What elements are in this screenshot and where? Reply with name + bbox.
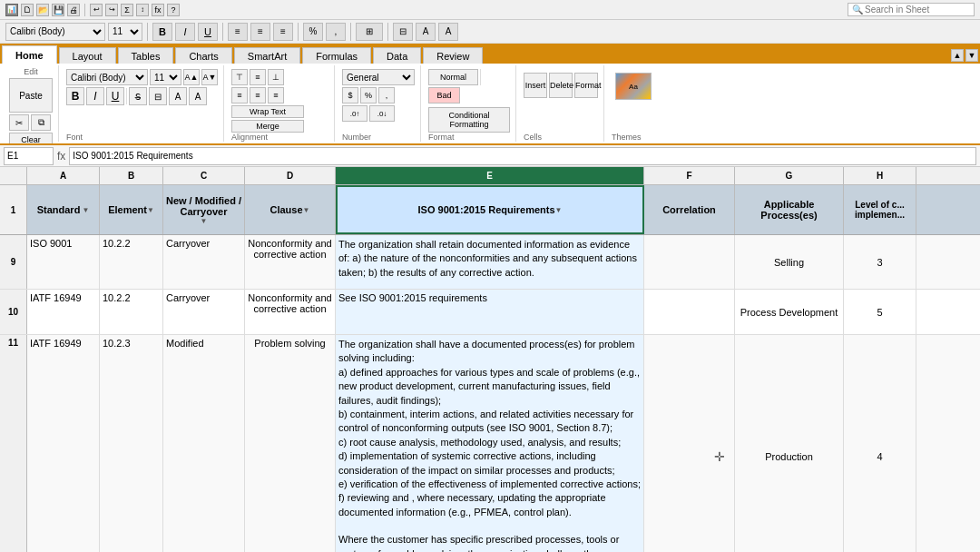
print-icon[interactable]: 🖨 xyxy=(67,4,80,16)
cell-10d[interactable]: Nonconformity and corrective action xyxy=(245,290,336,334)
col-header-d[interactable]: D xyxy=(245,167,336,184)
cell-9e[interactable]: The organization shall retain documented… xyxy=(336,235,644,289)
cell-11b[interactable]: 10.2.3 xyxy=(100,335,163,552)
col-header-b[interactable]: B xyxy=(100,167,163,184)
clear-button[interactable]: Clear xyxy=(9,133,53,145)
save-icon[interactable]: 💾 xyxy=(52,4,64,16)
dropdown-e[interactable]: ▼ xyxy=(555,206,563,214)
help-icon[interactable]: ? xyxy=(167,4,180,16)
font-size-up[interactable]: A▲ xyxy=(183,69,200,85)
sort-icon[interactable]: ↕ xyxy=(136,4,149,16)
italic-button[interactable]: I xyxy=(175,23,195,41)
cell-11g[interactable]: Production xyxy=(735,335,844,552)
highlight-btn[interactable]: A xyxy=(169,87,187,105)
strikethrough-btn[interactable]: S̶ xyxy=(129,87,147,105)
tab-review[interactable]: Review xyxy=(423,47,483,64)
dropdown-b[interactable]: ▼ xyxy=(147,206,154,214)
cell-10h[interactable]: 5 xyxy=(844,290,916,334)
redo-icon[interactable]: ↪ xyxy=(105,4,118,16)
merge-btn-ribbon[interactable]: Merge xyxy=(231,120,304,133)
cell-1g[interactable]: Applicable Process(es) xyxy=(735,185,844,234)
cell-9d[interactable]: Nonconformity and corrective action xyxy=(245,235,336,289)
cell-9g[interactable]: Selling xyxy=(735,235,844,289)
open-icon[interactable]: 📂 xyxy=(36,4,49,16)
cell-11f[interactable]: ✛ xyxy=(644,335,735,552)
font-name-ribbon[interactable]: Calibri (Body) xyxy=(66,69,148,85)
dropdown-c[interactable]: ▼ xyxy=(201,217,208,225)
cell-11h[interactable]: 4 xyxy=(844,335,916,552)
col-header-c[interactable]: C xyxy=(163,167,245,184)
cell-10c[interactable]: Carryover xyxy=(163,290,245,334)
number-format-select[interactable]: General xyxy=(342,69,415,85)
font-size-ribbon[interactable]: 11 xyxy=(150,69,181,85)
align-left-btn[interactable]: ≡ xyxy=(228,23,248,41)
wrap-text-btn[interactable]: Wrap Text xyxy=(231,105,304,118)
cell-11e[interactable]: The organization shall have a documented… xyxy=(336,335,644,552)
cell-1d[interactable]: Clause ▼ xyxy=(245,185,336,234)
cell-11c[interactable]: Modified xyxy=(163,335,245,552)
border-ribbon-btn[interactable]: ⊟ xyxy=(149,87,167,105)
align-rt-ribbon[interactable]: ≡ xyxy=(268,87,284,104)
comma-btn[interactable]: , xyxy=(326,23,346,41)
bold-button[interactable]: B xyxy=(152,23,172,41)
dropdown-a[interactable]: ▼ xyxy=(82,206,89,214)
cell-9b[interactable]: 10.2.2 xyxy=(100,235,163,289)
col-header-h[interactable]: H xyxy=(844,167,916,184)
font-name-select[interactable]: Calibri (Body) xyxy=(5,23,105,41)
col-header-a[interactable]: A xyxy=(27,167,100,184)
conditional-format-btn[interactable]: Conditional Formatting xyxy=(428,107,510,133)
align-center-btn[interactable]: ≡ xyxy=(250,23,270,41)
move-cursor-icon[interactable]: ✛ xyxy=(714,449,725,464)
font-size-down[interactable]: A▼ xyxy=(201,69,218,85)
tab-data[interactable]: Data xyxy=(373,47,421,64)
search-input[interactable] xyxy=(865,5,970,15)
align-mid-btn[interactable]: ≡ xyxy=(250,69,266,85)
tab-smartart[interactable]: SmartArt xyxy=(234,47,300,64)
cell-1b[interactable]: Element ▼ xyxy=(100,185,163,234)
cell-10g[interactable]: Process Development xyxy=(735,290,844,334)
cell-10a[interactable]: IATF 16949 xyxy=(27,290,100,334)
tab-formulas[interactable]: Formulas xyxy=(302,47,371,64)
italic-btn-ribbon[interactable]: I xyxy=(86,87,104,105)
cell-10f[interactable] xyxy=(644,290,735,334)
tab-tables[interactable]: Tables xyxy=(118,47,174,64)
align-top-btn[interactable]: ⊤ xyxy=(231,69,248,85)
font-color-ribbon[interactable]: A xyxy=(189,87,207,105)
format-cells-btn[interactable]: Format xyxy=(574,73,598,98)
paste-button[interactable]: Paste xyxy=(9,78,53,113)
cell-1c[interactable]: New / Modified / Carryover ▼ xyxy=(163,185,245,234)
tab-charts[interactable]: Charts xyxy=(175,47,231,64)
font-size-select[interactable]: 11 xyxy=(108,23,142,41)
undo-icon[interactable]: ↩ xyxy=(90,4,103,16)
underline-button[interactable]: U xyxy=(198,23,218,41)
merge-btn[interactable]: ⊞ xyxy=(356,23,383,41)
cell-9c[interactable]: Carryover xyxy=(163,235,245,289)
cell-1h[interactable]: Level of c... implemen... xyxy=(844,185,916,234)
cell-9h[interactable]: 3 xyxy=(844,235,916,289)
tab-layout[interactable]: Layout xyxy=(59,47,116,64)
new-icon[interactable]: 🗋 xyxy=(21,4,34,16)
col-header-e[interactable]: E xyxy=(336,167,644,184)
fill-btn[interactable]: A xyxy=(416,23,436,41)
func-icon[interactable]: fx xyxy=(152,4,164,16)
cell-1a[interactable]: Standard ▼ xyxy=(27,185,100,234)
insert-btn[interactable]: Insert xyxy=(524,73,547,98)
delete-btn[interactable]: Delete xyxy=(549,73,573,98)
col-header-g[interactable]: G xyxy=(735,167,844,184)
bold-btn-ribbon[interactable]: B xyxy=(66,87,84,105)
percent-ribbon-btn[interactable]: % xyxy=(360,87,377,104)
search-box[interactable]: 🔍 xyxy=(848,3,975,16)
formula-input[interactable]: ISO 9001:2015 Requirements xyxy=(69,147,976,165)
align-ctr-ribbon[interactable]: ≡ xyxy=(250,87,266,104)
dec-dn-btn[interactable]: .0↓ xyxy=(369,105,395,122)
border-btn[interactable]: ⊟ xyxy=(393,23,413,41)
dec-up-btn[interactable]: .0↑ xyxy=(342,105,368,122)
col-header-f[interactable]: F xyxy=(644,167,735,184)
align-bot-btn[interactable]: ⊥ xyxy=(268,69,284,85)
underline-btn-ribbon[interactable]: U xyxy=(106,87,124,105)
cell-1f[interactable]: Correlation xyxy=(644,185,735,234)
cell-10b[interactable]: 10.2.2 xyxy=(100,290,163,334)
cell-1e[interactable]: ISO 9001:2015 Requirements ▼ xyxy=(336,185,644,234)
comma-ribbon-btn[interactable]: , xyxy=(378,87,395,104)
align-right-btn[interactable]: ≡ xyxy=(273,23,293,41)
